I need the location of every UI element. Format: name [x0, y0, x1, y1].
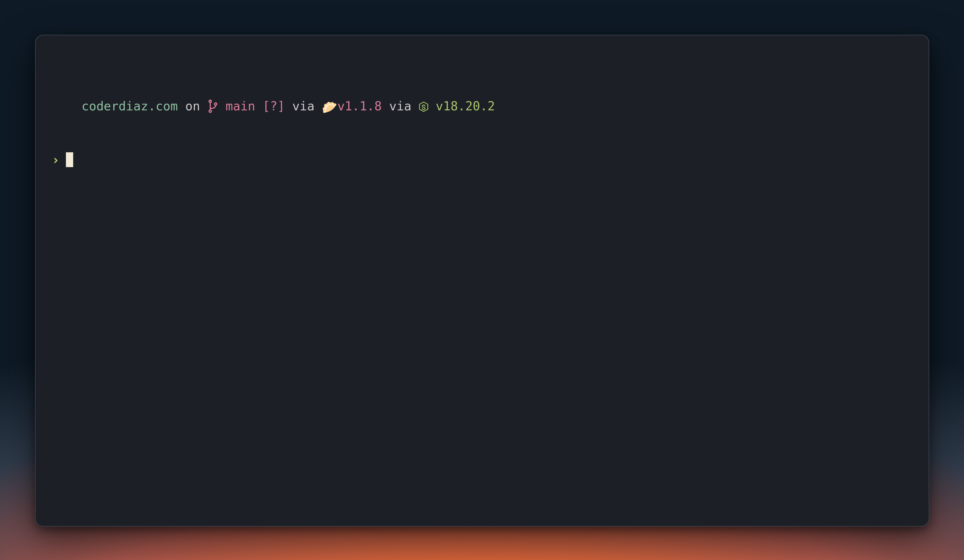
bun-icon: 🥟 [322, 99, 337, 117]
git-branch-icon [208, 99, 218, 118]
on-label: on [185, 99, 200, 113]
command-input-line[interactable]: › [52, 151, 912, 169]
svg-marker-3 [420, 102, 428, 112]
node-version: v18.20.2 [436, 99, 495, 113]
prompt-chevron-icon: › [52, 151, 60, 169]
git-branch-name: main [226, 99, 255, 113]
via-label-2: via [389, 99, 411, 113]
git-status: [?] [263, 99, 285, 113]
working-directory: coderdiaz.com [81, 99, 177, 113]
terminal-window[interactable]: coderdiaz.com on main [?] via 🥟v1.1.8 vi… [35, 35, 929, 527]
shell-prompt-line: coderdiaz.com on main [?] via 🥟v1.1.8 vi… [52, 80, 912, 136]
via-label-1: via [292, 99, 314, 113]
bun-version: v1.1.8 [337, 99, 382, 113]
node-hexagon-icon [419, 99, 428, 117]
text-cursor [66, 152, 73, 167]
